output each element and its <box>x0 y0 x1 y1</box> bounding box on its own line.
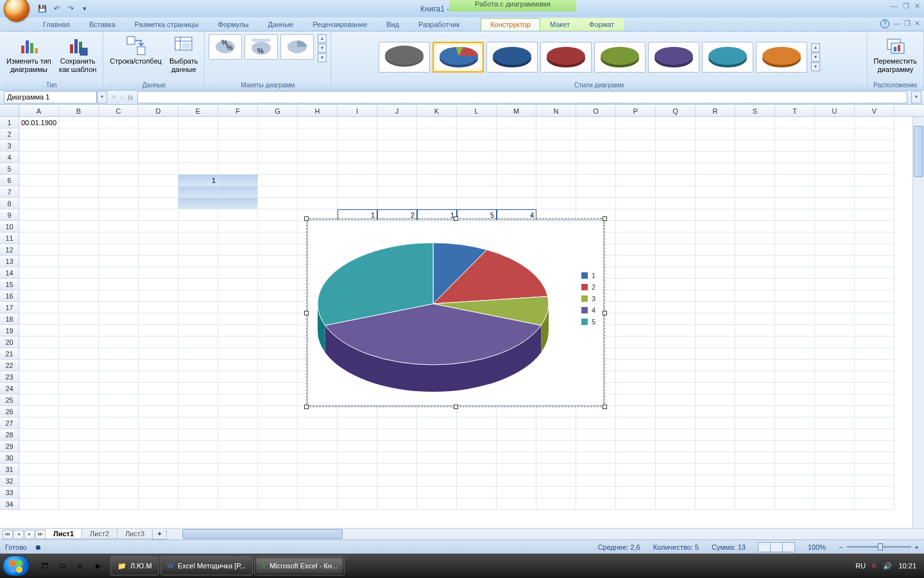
col-header[interactable]: A <box>19 105 59 116</box>
cell[interactable] <box>775 175 815 186</box>
cell[interactable] <box>815 475 855 487</box>
cell[interactable] <box>99 313 139 325</box>
cell[interactable] <box>19 140 59 152</box>
cell[interactable] <box>99 279 139 290</box>
cell[interactable] <box>815 186 855 198</box>
cell[interactable] <box>59 464 99 475</box>
cell[interactable] <box>178 290 218 302</box>
cell[interactable] <box>855 128 894 140</box>
cell[interactable] <box>536 475 576 487</box>
tab-data[interactable]: Данные <box>258 18 303 31</box>
cell[interactable] <box>855 256 894 267</box>
cell[interactable] <box>377 487 417 498</box>
tab-insert[interactable]: Вставка <box>80 18 125 31</box>
row-header[interactable]: 32 <box>0 475 19 487</box>
cell[interactable] <box>139 337 178 348</box>
cell[interactable] <box>497 464 536 475</box>
cell[interactable] <box>139 371 178 383</box>
style-6[interactable] <box>648 42 699 73</box>
cell[interactable] <box>258 452 298 464</box>
cell[interactable] <box>377 429 417 441</box>
cell[interactable] <box>178 429 218 441</box>
cell[interactable] <box>775 313 815 325</box>
cell[interactable] <box>59 232 99 244</box>
cell[interactable] <box>139 325 178 337</box>
taskbar-folder-button[interactable]: 📁Л.Ю.М <box>110 556 159 575</box>
cell[interactable] <box>735 406 775 417</box>
row-header[interactable]: 2 <box>0 128 19 140</box>
cell[interactable] <box>99 464 139 475</box>
cell[interactable] <box>178 163 218 175</box>
save-as-template-button[interactable]: Сохранить как шаблон <box>56 34 99 75</box>
cell[interactable] <box>855 221 894 232</box>
cell[interactable] <box>855 267 894 279</box>
cell[interactable] <box>815 360 855 371</box>
legend-item[interactable]: 5 <box>581 318 595 326</box>
cell[interactable] <box>855 429 894 441</box>
cell[interactable] <box>457 429 497 441</box>
cell[interactable] <box>656 348 696 360</box>
cell[interactable] <box>735 232 775 244</box>
cell[interactable] <box>139 360 178 371</box>
cell[interactable] <box>59 325 99 337</box>
cell[interactable] <box>576 406 616 417</box>
cell[interactable] <box>656 232 696 244</box>
qat-more-icon[interactable]: ▾ <box>80 4 90 14</box>
cell[interactable] <box>616 313 656 325</box>
cell[interactable] <box>855 394 894 406</box>
cell[interactable] <box>99 244 139 256</box>
legend-item[interactable]: 4 <box>581 306 595 314</box>
cell[interactable] <box>457 140 497 152</box>
cell[interactable] <box>775 394 815 406</box>
cell[interactable] <box>815 302 855 313</box>
col-header[interactable]: J <box>377 105 417 116</box>
cell[interactable] <box>19 429 59 441</box>
cell[interactable] <box>616 475 656 487</box>
cell[interactable] <box>536 152 576 163</box>
cell[interactable] <box>536 417 576 429</box>
cell[interactable] <box>218 487 258 498</box>
cell[interactable] <box>855 163 894 175</box>
cell[interactable] <box>696 313 735 325</box>
cell[interactable] <box>656 487 696 498</box>
cell[interactable] <box>178 313 218 325</box>
cell[interactable] <box>497 487 536 498</box>
cell[interactable] <box>298 429 338 441</box>
scroll-down-icon[interactable]: ▾ <box>811 53 820 62</box>
cell[interactable] <box>99 267 139 279</box>
cell[interactable] <box>19 498 59 510</box>
cell[interactable] <box>855 348 894 360</box>
ie-icon[interactable]: e <box>72 556 89 575</box>
cell[interactable] <box>258 302 298 313</box>
view-page-layout-button[interactable] <box>770 542 783 552</box>
cell[interactable] <box>815 441 855 452</box>
cell[interactable] <box>775 256 815 267</box>
cell[interactable] <box>377 198 417 209</box>
sheet-tab-2[interactable]: Лист2 <box>81 529 117 539</box>
cell[interactable] <box>19 313 59 325</box>
cell[interactable] <box>19 394 59 406</box>
cell[interactable] <box>656 221 696 232</box>
cell[interactable] <box>735 279 775 290</box>
cell[interactable] <box>59 279 99 290</box>
row-header[interactable]: 14 <box>0 267 19 279</box>
cell[interactable] <box>696 163 735 175</box>
cell[interactable] <box>576 475 616 487</box>
col-header[interactable]: U <box>815 105 855 116</box>
cell[interactable] <box>536 186 576 198</box>
cell[interactable] <box>178 337 218 348</box>
cell[interactable] <box>775 232 815 244</box>
cell[interactable] <box>775 487 815 498</box>
layout-thumb-1[interactable]: %% <box>209 34 242 60</box>
cell[interactable] <box>696 429 735 441</box>
switch-row-column-button[interactable]: Строка/столбец <box>107 34 164 67</box>
cell[interactable] <box>735 348 775 360</box>
cell[interactable] <box>218 475 258 487</box>
cell[interactable] <box>258 244 298 256</box>
cell[interactable] <box>59 175 99 186</box>
cell[interactable] <box>696 117 735 128</box>
cell[interactable] <box>735 429 775 441</box>
cell[interactable] <box>19 267 59 279</box>
cell[interactable] <box>536 140 576 152</box>
cell[interactable] <box>815 244 855 256</box>
